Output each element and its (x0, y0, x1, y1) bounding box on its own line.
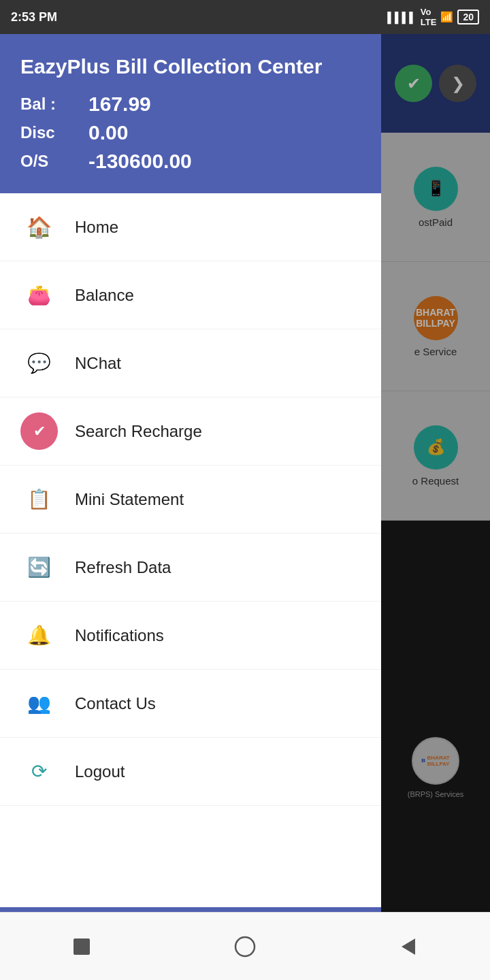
menu-item-contact-us[interactable]: 👥 Contact Us (0, 670, 381, 738)
os-row: O/S -130600.00 (20, 150, 361, 173)
disc-label: Disc (20, 123, 75, 142)
nav-bar (0, 912, 490, 980)
drawer-menu: 🏠 Home 👛 Balance 💬 NChat ✔ Search Rechar… (0, 193, 381, 907)
balance-value: 167.99 (88, 93, 151, 116)
network-icon: VoLTE (421, 7, 437, 27)
status-time: 2:53 PM (11, 10, 57, 24)
wallet-icon: 👛 (20, 276, 58, 314)
nav-square-button[interactable] (61, 926, 102, 967)
disc-value: 0.00 (88, 121, 128, 144)
menu-item-mini-statement[interactable]: 📋 Mini Statement (0, 466, 381, 534)
drawer-header: EazyPlus Bill Collection Center Bal : 16… (0, 34, 381, 193)
status-icons: ▌▌▌▌ VoLTE 📶 20 (387, 7, 479, 27)
menu-label-contact-us: Contact Us (75, 694, 156, 713)
nav-home-button[interactable] (225, 926, 265, 967)
disc-row: Disc 0.00 (20, 121, 361, 144)
menu-item-balance[interactable]: 👛 Balance (0, 261, 381, 329)
home-icon: 🏠 (20, 208, 58, 246)
battery-icon: 20 (457, 10, 479, 24)
menu-item-notifications[interactable]: 🔔 Notifications (0, 602, 381, 670)
side-drawer: EazyPlus Bill Collection Center Bal : 16… (0, 34, 381, 946)
os-label: O/S (20, 152, 75, 171)
svg-marker-2 (402, 938, 415, 955)
menu-label-balance: Balance (75, 286, 134, 305)
statement-icon: 📋 (20, 480, 58, 518)
menu-item-search-recharge[interactable]: ✔ Search Recharge (0, 397, 381, 466)
balance-row: Bal : 167.99 (20, 93, 361, 116)
svg-point-1 (235, 937, 255, 956)
app-name: EazyPlus Bill Collection Center (20, 54, 361, 79)
menu-label-refresh-data: Refresh Data (75, 558, 171, 577)
menu-label-notifications: Notifications (75, 626, 164, 645)
menu-label-nchat: NChat (75, 354, 121, 373)
menu-label-mini-statement: Mini Statement (75, 490, 184, 509)
chat-icon: 💬 (20, 344, 58, 382)
menu-label-search-recharge: Search Recharge (75, 422, 202, 441)
svg-rect-0 (74, 938, 90, 955)
status-bar: 2:53 PM ▌▌▌▌ VoLTE 📶 20 (0, 0, 490, 34)
bell-icon: 🔔 (20, 617, 58, 654)
nav-back-button[interactable] (388, 926, 429, 967)
contact-icon: 👥 (20, 685, 58, 722)
wifi-icon: 📶 (440, 11, 453, 23)
menu-label-logout: Logout (75, 762, 125, 781)
os-value: -130600.00 (88, 150, 192, 173)
menu-item-logout[interactable]: ⟳ Logout (0, 738, 381, 806)
menu-item-home[interactable]: 🏠 Home (0, 193, 381, 261)
signal-icon: ▌▌▌▌ (387, 12, 416, 23)
menu-item-refresh-data[interactable]: 🔄 Refresh Data (0, 534, 381, 602)
refresh-icon: 🔄 (20, 549, 58, 586)
search-recharge-icon: ✔ (20, 412, 58, 450)
menu-label-home: Home (75, 218, 118, 237)
logout-icon: ⟳ (20, 753, 58, 790)
balance-label: Bal : (20, 95, 75, 114)
menu-item-nchat[interactable]: 💬 NChat (0, 329, 381, 397)
